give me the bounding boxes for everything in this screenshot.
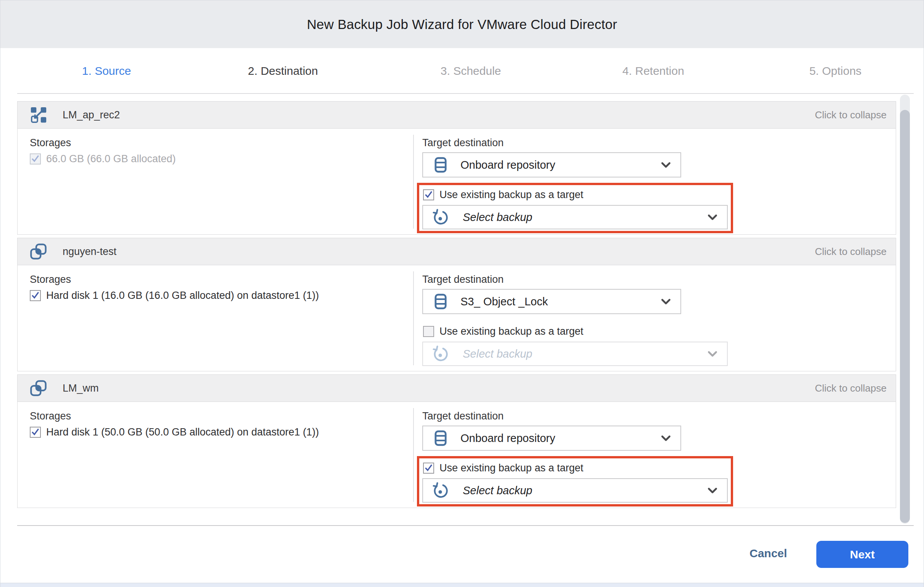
scroll-area-top-border [17, 93, 914, 94]
use-existing-label: Use existing backup as a target [439, 326, 583, 337]
use-existing-checkbox[interactable] [423, 189, 434, 200]
tab-options: 5. Options [809, 64, 862, 77]
target-destination-dropdown[interactable]: S3_ Object _Lock [422, 289, 681, 314]
cancel-button[interactable]: Cancel [749, 547, 787, 560]
target-destination-dropdown[interactable]: Onboard repository [422, 425, 681, 451]
use-existing-backup-option: Use existing backup as a target [423, 189, 583, 201]
collapse-hint[interactable]: Click to collapse [815, 109, 886, 121]
section-lm-ap-rec2: LM_ap_rec2 Click to collapse Storages 66… [17, 101, 896, 235]
collapse-hint[interactable]: Click to collapse [815, 383, 886, 394]
section-body: Storages Hard disk 1 (16.0 GB (16.0 GB a… [17, 265, 896, 371]
scrollbar-thumb[interactable] [900, 110, 910, 523]
tab-schedule: 3. Schedule [441, 64, 501, 77]
next-button[interactable]: Next [816, 541, 908, 568]
section-header-nguyen-test[interactable]: nguyen-test Click to collapse [17, 238, 896, 265]
storages-label: Storages [30, 274, 71, 285]
backup-restore-icon [431, 208, 449, 226]
tab-destination[interactable]: 2. Destination [248, 64, 318, 77]
collapse-hint[interactable]: Click to collapse [815, 246, 886, 257]
chevron-down-icon [708, 214, 717, 220]
repository-icon [434, 157, 447, 173]
section-name: nguyen-test [63, 246, 116, 257]
storage-label: 66.0 GB (66.0 GB allocated) [46, 153, 176, 165]
chevron-down-icon [708, 488, 717, 493]
section-header-lm-ap-rec2[interactable]: LM_ap_rec2 Click to collapse [17, 101, 896, 129]
target-destination-dropdown[interactable]: Onboard repository [422, 152, 681, 178]
select-backup-placeholder: Select backup [463, 484, 532, 497]
select-backup-dropdown[interactable]: Select backup [422, 205, 728, 229]
window-bottom-edge [0, 583, 924, 587]
column-divider [413, 408, 414, 502]
storage-item: Hard disk 1 (50.0 GB (50.0 GB allocated)… [30, 426, 319, 438]
storage-label: Hard disk 1 (16.0 GB (16.0 GB allocated)… [46, 290, 319, 302]
use-existing-backup-option: Use existing backup as a target [423, 326, 583, 337]
storage-checkbox[interactable] [30, 427, 41, 438]
vapp-icon [30, 379, 47, 397]
chevron-down-icon [661, 299, 670, 305]
target-destination-value: Onboard repository [460, 432, 555, 445]
use-existing-label: Use existing backup as a target [439, 462, 583, 474]
repository-icon [434, 430, 447, 446]
target-destination-value: Onboard repository [460, 159, 555, 171]
storage-label: Hard disk 1 (50.0 GB (50.0 GB allocated)… [46, 426, 319, 438]
use-existing-backup-option: Use existing backup as a target [423, 462, 583, 474]
section-lm-wm: LM_wm Click to collapse Storages Hard di… [17, 374, 896, 508]
storage-checkbox[interactable] [30, 290, 41, 301]
wizard-steps: 1. Source 2. Destination 3. Schedule 4. … [0, 48, 924, 93]
storage-item: Hard disk 1 (16.0 GB (16.0 GB allocated)… [30, 290, 319, 302]
wizard-window: New Backup Job Wizard for VMware Cloud D… [0, 0, 924, 587]
select-backup-dropdown[interactable]: Select backup [422, 478, 728, 503]
target-destination-value: S3_ Object _Lock [460, 295, 548, 308]
vapp-recovered-icon [30, 106, 47, 124]
tab-source[interactable]: 1. Source [82, 64, 131, 77]
use-existing-label: Use existing backup as a target [439, 189, 583, 201]
title-bar: New Backup Job Wizard for VMware Cloud D… [0, 0, 924, 48]
scroll-area-bottom-border [17, 525, 914, 526]
storage-checkbox [30, 153, 41, 165]
use-existing-checkbox[interactable] [423, 463, 434, 474]
section-nguyen-test: nguyen-test Click to collapse Storages H… [17, 238, 896, 371]
backup-restore-icon [431, 481, 449, 499]
backup-restore-icon [431, 345, 449, 363]
chevron-down-icon [661, 162, 670, 168]
vapp-icon [30, 243, 47, 260]
wizard-title: New Backup Job Wizard for VMware Cloud D… [307, 17, 617, 32]
storages-label: Storages [30, 410, 71, 422]
tab-retention: 4. Retention [622, 64, 684, 77]
section-body: Storages Hard disk 1 (50.0 GB (50.0 GB a… [17, 402, 896, 508]
target-destination-label: Target destination [422, 274, 503, 285]
repository-icon [434, 294, 447, 310]
target-destination-label: Target destination [422, 137, 503, 149]
section-name: LM_ap_rec2 [63, 109, 120, 121]
target-destination-label: Target destination [422, 410, 503, 422]
section-body: Storages 66.0 GB (66.0 GB allocated) Tar… [17, 129, 896, 235]
storage-item: 66.0 GB (66.0 GB allocated) [30, 153, 176, 165]
column-divider [413, 135, 414, 229]
section-name: LM_wm [63, 383, 99, 394]
use-existing-checkbox[interactable] [423, 326, 434, 337]
chevron-down-icon [708, 351, 717, 357]
section-header-lm-wm[interactable]: LM_wm Click to collapse [17, 374, 896, 402]
column-divider [413, 271, 414, 365]
storages-label: Storages [30, 137, 71, 149]
select-backup-placeholder: Select backup [463, 348, 532, 360]
select-backup-placeholder: Select backup [463, 211, 532, 224]
chevron-down-icon [661, 435, 670, 441]
select-backup-dropdown: Select backup [422, 341, 728, 366]
